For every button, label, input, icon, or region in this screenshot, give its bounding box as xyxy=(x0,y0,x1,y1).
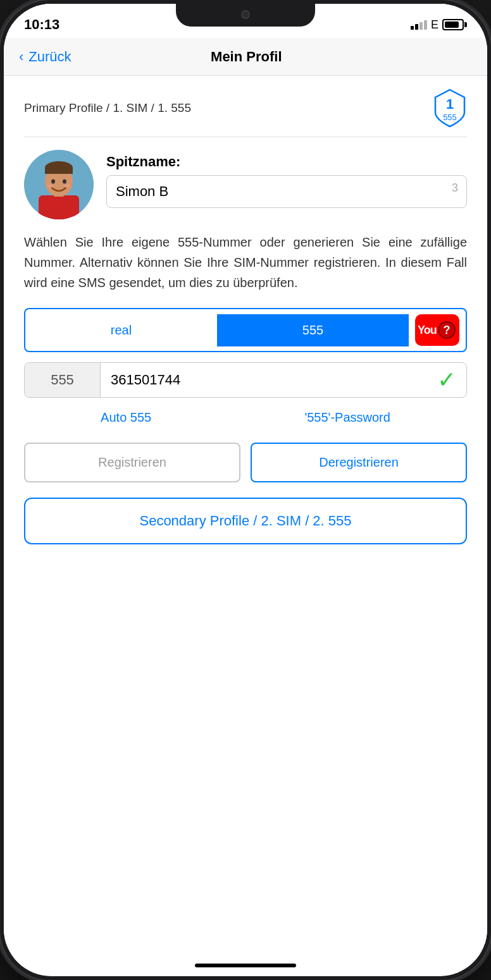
page-title: Mein Profil xyxy=(211,49,282,65)
profile-header-text: Primary Profile / 1. SIM / 1. 555 xyxy=(24,101,191,115)
register-button[interactable]: Registrieren xyxy=(24,443,240,482)
auto555-link[interactable]: Auto 555 xyxy=(101,410,151,425)
svg-point-9 xyxy=(51,180,55,184)
svg-point-11 xyxy=(47,184,54,188)
description-text: Wählen Sie Ihre eigene 555-Nummer oder g… xyxy=(24,232,467,293)
nav-bar: ‹ Zurück Mein Profil xyxy=(4,38,487,76)
avatar-illustration xyxy=(24,150,94,219)
tab-youtube[interactable]: You ? xyxy=(409,309,466,351)
profile-badge: 1 555 xyxy=(433,89,467,128)
status-icons: E xyxy=(411,18,467,32)
svg-point-12 xyxy=(64,184,70,188)
number-row: 555 ✓ xyxy=(24,362,467,398)
checkmark-icon: ✓ xyxy=(427,367,466,393)
svg-rect-4 xyxy=(39,195,79,219)
nickname-input[interactable]: Simon B xyxy=(106,175,467,208)
svg-rect-8 xyxy=(45,168,73,174)
back-label: Zurück xyxy=(28,49,71,65)
home-indicator xyxy=(195,964,296,967)
nickname-label: Spitzname: xyxy=(106,154,467,170)
tab-real[interactable]: real xyxy=(25,314,217,346)
phone-frame: 10:13 E ‹ Zur xyxy=(0,0,491,980)
network-type: E xyxy=(431,18,438,32)
char-count: 3 xyxy=(452,181,458,195)
deregister-button[interactable]: Deregistrieren xyxy=(251,443,467,482)
nickname-section: Spitzname: Simon B 3 xyxy=(106,150,467,208)
links-row: Auto 555 '555'-Password xyxy=(24,410,467,425)
notch-camera xyxy=(241,10,250,19)
notch xyxy=(176,4,315,27)
svg-text:555: 555 xyxy=(443,113,457,122)
tab-selector: real 555 You ? xyxy=(24,308,467,352)
secondary-profile-button[interactable]: Secondary Profile / 2. SIM / 2. 555 xyxy=(24,498,467,544)
password555-link[interactable]: '555'-Password xyxy=(304,410,390,425)
svg-point-10 xyxy=(63,180,66,184)
badge-svg-icon: 1 555 xyxy=(433,89,467,128)
back-button[interactable]: ‹ Zurück xyxy=(19,49,71,65)
profile-header: Primary Profile / 1. SIM / 1. 555 1 555 xyxy=(24,89,467,137)
nickname-input-wrapper: Simon B 3 xyxy=(106,175,467,208)
chevron-left-icon: ‹ xyxy=(19,49,23,65)
action-buttons: Registrieren Deregistrieren xyxy=(24,443,467,482)
svg-text:1: 1 xyxy=(446,96,454,112)
avatar xyxy=(24,150,94,219)
youtube-icon: You ? xyxy=(415,314,459,346)
signal-bars-icon xyxy=(411,20,427,30)
content-area: Primary Profile / 1. SIM / 1. 555 1 555 xyxy=(4,76,487,945)
profile-row: Spitzname: Simon B 3 xyxy=(24,150,467,219)
phone-inner: 10:13 E ‹ Zur xyxy=(4,4,487,976)
number-input[interactable] xyxy=(101,363,427,397)
battery-icon xyxy=(442,19,467,30)
tab-555[interactable]: 555 xyxy=(217,314,409,346)
status-time: 10:13 xyxy=(24,16,59,33)
number-prefix: 555 xyxy=(25,363,101,397)
